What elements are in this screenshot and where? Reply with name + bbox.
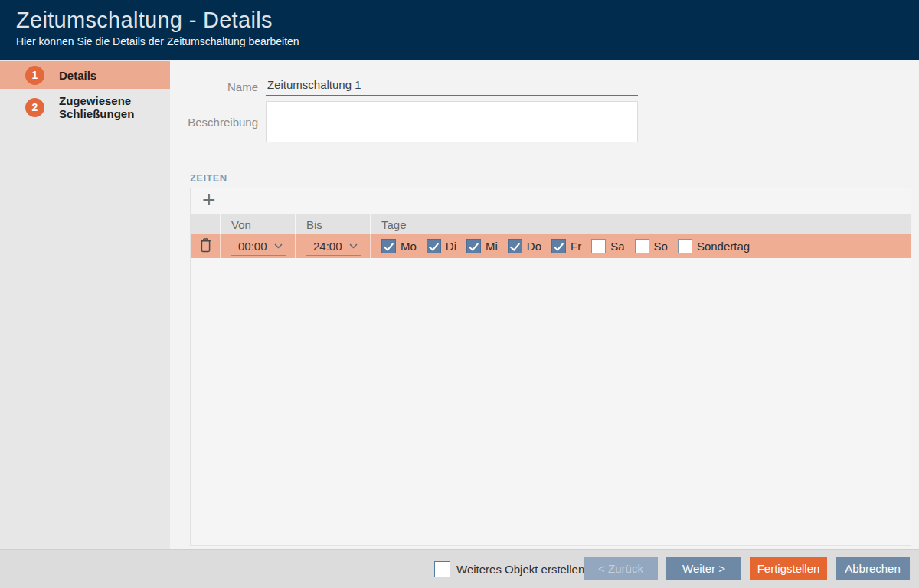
- day-checkbox-di[interactable]: Di: [427, 239, 456, 253]
- checkbox: [635, 239, 649, 253]
- day-checkbox-fr[interactable]: Fr: [551, 239, 581, 253]
- checkbox: [466, 239, 481, 253]
- times-table-header: Von Bis Tage: [191, 214, 911, 234]
- delete-time-button[interactable]: [198, 237, 213, 256]
- name-label: Name: [170, 80, 258, 93]
- cancel-button[interactable]: Abbrechen: [836, 557, 910, 580]
- day-checkbox-mo[interactable]: Mo: [381, 239, 417, 253]
- footer-bar: Weiteres Objekt erstellen < Zurück Weite…: [0, 549, 919, 588]
- checkbox: [678, 239, 692, 253]
- page-subtitle: Hier können Sie die Details der Zeitumsc…: [16, 35, 919, 47]
- checkbox: [591, 239, 606, 253]
- column-header-von: Von: [221, 214, 296, 234]
- column-header-tage: Tage: [371, 214, 911, 234]
- checkbox: [551, 239, 566, 253]
- step-1-label: Details: [59, 69, 96, 82]
- delete-cell: [191, 234, 221, 258]
- create-another-group: Weiteres Objekt erstellen: [434, 550, 584, 588]
- von-time-value: 00:00: [238, 240, 267, 253]
- chevron-down-icon: [274, 243, 283, 249]
- sidebar-item-zugewiesene-schliessungen[interactable]: 2 Zugewiesene Schließungen: [0, 95, 170, 119]
- column-header-delete: [191, 214, 221, 234]
- wizard-sidebar: 1 Details 2 Zugewiesene Schließungen: [0, 60, 170, 549]
- window: Zeitumschaltung - Details Hier können Si…: [0, 0, 919, 588]
- times-toolbar: +: [191, 188, 911, 214]
- trash-icon: [200, 238, 211, 255]
- checkbox: [508, 239, 522, 253]
- day-checkbox-so[interactable]: So: [635, 239, 668, 253]
- von-cell: 00:00: [221, 234, 296, 258]
- step-2-badge: 2: [25, 98, 44, 117]
- sidebar-item-details[interactable]: 1 Details: [0, 61, 170, 89]
- tage-cell: Mo Di Mi Do: [371, 234, 911, 258]
- next-button[interactable]: Weiter >: [666, 557, 741, 580]
- day-checkbox-sondertag[interactable]: Sondertag: [678, 239, 750, 253]
- day-checkbox-sa[interactable]: Sa: [591, 239, 624, 253]
- checkbox: [381, 239, 396, 253]
- times-panel: + Von Bis Tage: [190, 188, 911, 546]
- step-1-badge: 1: [25, 66, 44, 85]
- von-time-select[interactable]: 00:00: [231, 238, 286, 256]
- step-2-label: Zugewiesene Schließungen: [59, 94, 170, 120]
- day-checkbox-mi[interactable]: Mi: [466, 239, 498, 253]
- checkbox: [427, 239, 441, 253]
- bis-time-value: 24:00: [313, 240, 342, 253]
- name-input[interactable]: [266, 76, 638, 96]
- add-time-button[interactable]: +: [191, 190, 216, 213]
- footer-buttons: < Zurück Weiter > Fertigstellen Abbreche…: [584, 557, 910, 580]
- bis-time-select[interactable]: 24:00: [306, 238, 361, 256]
- description-input[interactable]: [266, 101, 638, 142]
- time-row: 00:00 24:00: [191, 234, 911, 258]
- day-checkbox-group: Mo Di Mi Do: [371, 239, 750, 253]
- column-header-bis: Bis: [296, 214, 371, 234]
- bis-cell: 24:00: [296, 234, 371, 258]
- create-another-label: Weiteres Objekt erstellen: [456, 563, 584, 576]
- page-header: Zeitumschaltung - Details Hier können Si…: [0, 0, 919, 60]
- main-content: Name Beschreibung ZEITEN + Von Bis Tage: [170, 60, 919, 549]
- times-section-label: ZEITEN: [190, 172, 227, 184]
- description-label: Beschreibung: [170, 116, 258, 129]
- chevron-down-icon: [349, 243, 358, 249]
- page-title: Zeitumschaltung - Details: [16, 0, 919, 33]
- create-another-checkbox[interactable]: [434, 561, 450, 577]
- finish-button[interactable]: Fertigstellen: [750, 557, 827, 580]
- back-button[interactable]: < Zurück: [584, 557, 658, 580]
- day-checkbox-do[interactable]: Do: [508, 239, 541, 253]
